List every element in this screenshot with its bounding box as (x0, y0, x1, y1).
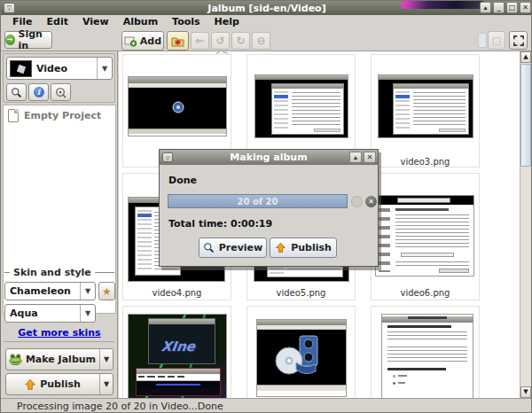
add-photos-button[interactable]: Add (121, 31, 164, 51)
scrollbar-thumb[interactable] (520, 64, 531, 167)
film-reel-icon (171, 100, 185, 114)
remove-icon: ⊖ (256, 35, 265, 47)
rotate-right-button: ↻ (231, 32, 250, 50)
folder-selector[interactable]: Video ▼ (6, 57, 113, 80)
collapse-dash-icon (4, 272, 10, 273)
fullscreen-icon (513, 35, 524, 46)
zoom-button[interactable] (6, 83, 27, 101)
cd-film-icon (273, 334, 323, 380)
rotate-right-icon: ↻ (236, 35, 245, 47)
rotate-left-icon: ↺ (215, 35, 224, 47)
info-icon: i (34, 87, 44, 97)
skin-options-button[interactable]: ★ (98, 282, 115, 300)
scroll-down-icon[interactable]: ▼ (520, 386, 531, 398)
thumbnail-cell[interactable]: XIne (122, 306, 231, 398)
close-button[interactable]: ✕ (364, 152, 376, 163)
thumbnail-image-settings[interactable] (254, 74, 348, 138)
magnifier-icon (11, 87, 22, 98)
status-bar: Processing image 20 of 20 in Video...Don… (1, 398, 532, 413)
thumbnail-cell[interactable]: video3.png (371, 54, 480, 168)
xine-logo: XIne (160, 339, 197, 355)
thumbnail-label: video6.png (372, 288, 479, 298)
thumbnail-label: video3.png (372, 157, 479, 167)
new-folder-button[interactable]: ✱ (167, 31, 189, 51)
edit-icon: ▢ (492, 35, 501, 46)
tag-button[interactable] (51, 83, 71, 101)
star-icon: ★ (102, 285, 112, 298)
total-time-text: Total time: 0:00:19 (168, 218, 272, 230)
thumbnail-cell[interactable] (371, 306, 480, 398)
chevron-down-icon[interactable]: ▼ (80, 305, 95, 322)
menu-file[interactable]: File (6, 16, 39, 27)
minimize-button[interactable]: _ (493, 2, 505, 13)
magnifier-icon (203, 242, 215, 253)
vertical-scrollbar[interactable]: ▲ ▼ (520, 51, 531, 398)
skin-section-header[interactable]: Skin and style (4, 267, 114, 278)
menu-tools[interactable]: Tools (166, 16, 206, 27)
scroll-up-icon[interactable]: ▲ (520, 51, 531, 63)
publish-arrow-icon (24, 378, 36, 391)
toolbar: → Sign in Add ✱ ← ↺ ↻ ⊖ ▢ (1, 28, 532, 51)
dialog-titlebar[interactable]: ▽ Making album ▴ ✕ (160, 150, 378, 165)
info-button[interactable]: i (28, 83, 49, 101)
svg-text:✱: ✱ (175, 37, 182, 46)
jalbum-window: ▽ Jalbum [sid-en/Video] ▴ _ □ ✕ File Edi… (0, 0, 532, 413)
thumbnail-label: video4.png (123, 288, 231, 298)
folder-star-icon: ✱ (171, 35, 184, 47)
screen-artifact (402, 1, 483, 9)
sign-in-arrow-icon: → (5, 35, 15, 45)
dialog-status-text: Done (168, 175, 197, 186)
chevron-down-icon[interactable]: ▼ (99, 374, 113, 394)
status-text: Processing image 20 of 20 in Video...Don… (17, 401, 223, 412)
menu-album[interactable]: Album (117, 16, 164, 27)
rotate-left-button: ↺ (211, 32, 230, 50)
preview-button[interactable]: Preview (199, 238, 267, 258)
tree-item-empty-project[interactable]: Empty Project (4, 105, 115, 122)
close-button[interactable]: ✕ (520, 2, 531, 13)
menu-help[interactable]: Help (208, 16, 246, 27)
thumbnail-cell[interactable]: video6.png (371, 173, 480, 300)
menu-edit[interactable]: Edit (41, 16, 74, 27)
folder-selector-group: Video ▼ i (3, 53, 115, 103)
thumbnail-image-wizard[interactable] (381, 314, 473, 398)
menu-view[interactable]: View (76, 16, 115, 27)
make-album-button[interactable]: Make Jalbum ▼ (5, 348, 113, 370)
chevron-down-icon[interactable]: ▼ (97, 58, 112, 79)
back-icon: ← (195, 35, 204, 47)
thumbnail-image-player-cd[interactable] (256, 319, 347, 397)
tag-icon (55, 87, 66, 98)
frog-icon (9, 354, 22, 365)
blank-page-icon (8, 109, 19, 122)
publish-arrow-icon (275, 242, 286, 253)
thumbnail-image-player[interactable] (128, 76, 227, 136)
window-titlebar[interactable]: ▽ Jalbum [sid-en/Video] ▴ _ □ ✕ (1, 1, 532, 15)
making-album-dialog: ▽ Making album ▴ ✕ Done 20 of 20 ✕ Total… (159, 149, 379, 267)
thumbnail-image-xine[interactable]: XIne (128, 314, 227, 398)
chevron-down-icon[interactable]: ▼ (80, 283, 95, 300)
sidebar: Video ▼ i (1, 51, 118, 398)
dialog-title: Making album (160, 152, 378, 163)
edit-button: ▢ (488, 31, 505, 50)
disabled-tool-button (478, 33, 487, 48)
thumbnail-image-settings[interactable] (378, 74, 473, 138)
style-select[interactable]: Aqua ▼ (4, 304, 96, 323)
thumbnail-cell[interactable] (246, 306, 356, 398)
remove-button: ⊖ (252, 32, 270, 50)
publish-button[interactable]: Publish ▼ (5, 373, 113, 395)
get-more-skins-link[interactable]: Get more skins (1, 327, 118, 339)
chevron-down-icon[interactable]: ▼ (99, 349, 113, 370)
shade-button[interactable]: ▴ (349, 152, 362, 163)
dialog-publish-button[interactable]: Publish (270, 238, 337, 258)
maximize-button[interactable]: □ (506, 2, 518, 13)
stop-button[interactable]: ✕ (365, 196, 377, 207)
fullscreen-button[interactable] (509, 31, 528, 50)
progress-fill: 20 of 20 (168, 195, 347, 207)
sign-in-button[interactable]: → Sign in (4, 31, 52, 49)
folder-thumbnail-icon (10, 60, 32, 77)
back-button: ← (191, 32, 209, 50)
thumbnail-label: video5.png (247, 288, 355, 298)
skin-select[interactable]: Chameleon ▼ (4, 282, 96, 300)
pause-button (351, 196, 363, 207)
thumbnail-image-setup[interactable] (375, 195, 474, 277)
shade-button[interactable]: ▴ (480, 2, 491, 13)
